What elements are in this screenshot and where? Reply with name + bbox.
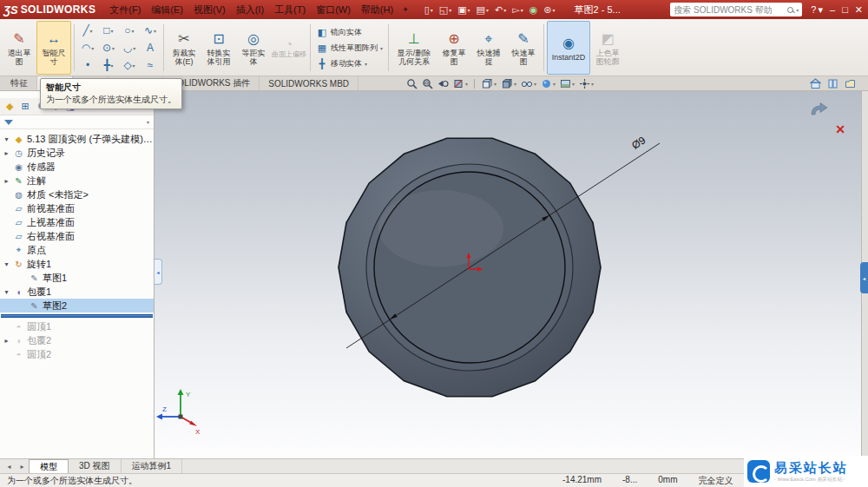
- new-document-button[interactable]: ▯▾: [424, 4, 433, 16]
- dimension-label[interactable]: Ø9: [629, 134, 648, 152]
- section-view-icon[interactable]: ▾: [453, 78, 468, 89]
- tree-item-origin[interactable]: ⌖ 原点: [0, 243, 154, 257]
- search-dropdown-icon[interactable]: ▾: [796, 7, 799, 13]
- view-settings-icon[interactable]: ▾: [579, 78, 594, 89]
- offset-on-surface-button[interactable]: ◔ 曲面上偏移: [271, 21, 307, 75]
- options-button[interactable]: ⊛▾: [543, 4, 555, 16]
- cancel-sketch-icon[interactable]: ✕: [835, 122, 845, 136]
- graphics-viewport[interactable]: Ø9 Y Z X ✕: [155, 91, 861, 458]
- menu-help[interactable]: 帮助(H): [356, 1, 398, 19]
- caret-icon[interactable]: ▾: [3, 288, 10, 296]
- tab-motion-study[interactable]: 运动算例1: [122, 459, 183, 473]
- tree-item-sketch1[interactable]: ✎ 草图1: [0, 271, 154, 285]
- edit-appearance-icon[interactable]: ▾: [541, 78, 556, 89]
- offset-entities-button[interactable]: ◎ 等距实体: [236, 21, 271, 75]
- pin-menu-icon[interactable]: ✦: [402, 5, 409, 14]
- tab-scroll-right-icon[interactable]: ▸: [16, 459, 29, 473]
- menu-insert[interactable]: 插入(I): [231, 1, 269, 19]
- tree-item-front-plane[interactable]: ▱ 前视基准面: [0, 201, 154, 215]
- tree-item-right-plane[interactable]: ▱ 右视基准面: [0, 229, 154, 243]
- circle-tool[interactable]: ○▾: [119, 22, 140, 39]
- text-tool[interactable]: A: [140, 39, 161, 56]
- property-manager-tab-icon[interactable]: ⊞: [21, 101, 29, 112]
- ellipse-tool[interactable]: ≈: [140, 56, 161, 74]
- hide-show-items-icon[interactable]: ▾: [521, 78, 536, 89]
- tree-item-wrap1[interactable]: ▾ ◖ 包覆1: [0, 285, 154, 299]
- smart-dimension-button[interactable]: ↔ 智能尺寸: [36, 21, 71, 75]
- instant2d-button[interactable]: ◉ Instant2D: [547, 21, 590, 75]
- tree-item-annotations[interactable]: ▸ ✎ 注解: [0, 174, 154, 188]
- filter-dropdown-icon[interactable]: ▾: [147, 119, 149, 125]
- tree-item-revolve1[interactable]: ▾ ↻ 旋转1: [0, 257, 154, 271]
- tree-item-wrap2[interactable]: ▸ ◖ 包覆2: [0, 333, 154, 347]
- tree-item-dome2[interactable]: ◓ 圆顶2: [0, 347, 154, 361]
- zoom-area-icon[interactable]: [422, 78, 433, 89]
- repair-sketch-button[interactable]: ⊕ 修复草图: [437, 21, 471, 75]
- tree-item-sketch2[interactable]: ✎ 草图2: [0, 299, 154, 313]
- menu-window[interactable]: 窗口(W): [311, 1, 356, 19]
- slot-tool[interactable]: ⊙▾: [98, 39, 119, 56]
- move-entities-button[interactable]: ╋ 移动实体▾: [316, 56, 383, 71]
- convert-entities-button[interactable]: ⊡ 转换实体引用: [201, 21, 236, 75]
- polygon-tool[interactable]: ◇▾: [119, 56, 140, 74]
- rollback-bar[interactable]: [1, 314, 153, 318]
- trim-entities-button[interactable]: ✂ 剪裁实体(E): [167, 21, 201, 75]
- previous-view-icon[interactable]: [437, 78, 449, 89]
- exit-sketch-button[interactable]: ✎ 退出草图: [2, 21, 36, 75]
- rebuild-button[interactable]: ◉: [529, 4, 538, 16]
- menu-edit[interactable]: 编辑(E): [146, 1, 188, 19]
- menu-view[interactable]: 视图(V): [188, 1, 231, 19]
- file-explorer-icon[interactable]: [845, 78, 856, 89]
- solidworks-resources-icon[interactable]: [810, 78, 821, 89]
- tree-item-history[interactable]: ▸ ◷ 历史记录: [0, 146, 154, 160]
- mirror-entities-button[interactable]: ◧ 镜向实体: [316, 25, 383, 40]
- display-style-icon[interactable]: ▾: [501, 78, 516, 89]
- save-button[interactable]: ▣▾: [457, 4, 470, 16]
- view-orientation-icon[interactable]: ▾: [481, 78, 496, 89]
- linear-sketch-pattern-button[interactable]: ▦ 线性草图阵列▾: [316, 41, 383, 56]
- tree-item-sensors[interactable]: ◉ 传感器: [0, 160, 154, 174]
- menu-file[interactable]: 文件(F): [104, 1, 146, 19]
- corner-rectangle-tool[interactable]: □▾: [98, 22, 119, 39]
- filter-funnel-icon[interactable]: [4, 120, 13, 125]
- tree-item-top-plane[interactable]: ▱ 上视基准面: [0, 215, 154, 229]
- tree-item-material[interactable]: ◍ 材质 <未指定>: [0, 188, 154, 201]
- search-icon[interactable]: [787, 7, 793, 13]
- search-input[interactable]: [674, 5, 785, 15]
- tree-item-part-root[interactable]: ▾ ◆ 5.13 圆顶实例 (子弹头建模) (默认<<默认>...: [0, 132, 154, 146]
- tab-features[interactable]: 特征: [2, 76, 37, 90]
- arc-tool[interactable]: ◠▾: [77, 39, 98, 56]
- tab-solidworks-mbd[interactable]: SOLIDWORKS MBD: [260, 76, 358, 90]
- open-button[interactable]: ◱▾: [439, 4, 451, 16]
- display-delete-relations-button[interactable]: ⊥ 显示/删除几何关系: [391, 21, 437, 75]
- print-button[interactable]: ▤▾: [477, 4, 489, 16]
- help-button[interactable]: ?: [811, 4, 816, 15]
- caret-icon[interactable]: ▸: [3, 149, 10, 157]
- tab-3d-views[interactable]: 3D 视图: [69, 459, 122, 473]
- sketch-line-tool[interactable]: ╱▾: [77, 22, 98, 39]
- caret-icon[interactable]: ▾: [3, 135, 10, 143]
- help-dropdown-icon[interactable]: ▾: [818, 4, 823, 16]
- caret-icon[interactable]: ▸: [3, 177, 10, 185]
- menu-tools[interactable]: 工具(T): [269, 1, 311, 19]
- point-tool[interactable]: •: [77, 56, 98, 74]
- fillet-tool[interactable]: ◡▾: [119, 39, 140, 56]
- apply-scene-icon[interactable]: ▾: [560, 78, 575, 89]
- caret-icon[interactable]: ▾: [3, 260, 10, 268]
- undo-button[interactable]: ↶▾: [495, 4, 506, 16]
- rapid-sketch-button[interactable]: ✎ 快速草图: [506, 21, 541, 75]
- feature-manager-tab-icon[interactable]: ◆: [6, 101, 13, 112]
- shaded-sketch-contours-button[interactable]: ◩ 上色草图轮廓: [590, 21, 625, 75]
- zoom-fit-icon[interactable]: [406, 78, 418, 89]
- spline-tool[interactable]: ∿▾: [140, 22, 161, 39]
- design-library-icon[interactable]: [827, 78, 838, 89]
- model-canvas[interactable]: Ø9 Y Z X: [155, 91, 861, 458]
- quick-snaps-button[interactable]: ⌖ 快速捕捉: [471, 21, 506, 75]
- tab-scroll-left-icon[interactable]: ◂: [3, 459, 16, 473]
- panel-collapse-handle[interactable]: ◂: [155, 259, 162, 285]
- centerline-tool[interactable]: ╋▾: [98, 56, 119, 74]
- tree-item-dome1[interactable]: ◓ 圆顶1: [0, 319, 154, 333]
- exit-sketch-confirm-icon[interactable]: [809, 102, 830, 119]
- maximize-button[interactable]: □: [842, 4, 848, 15]
- close-button[interactable]: ✕: [855, 4, 863, 16]
